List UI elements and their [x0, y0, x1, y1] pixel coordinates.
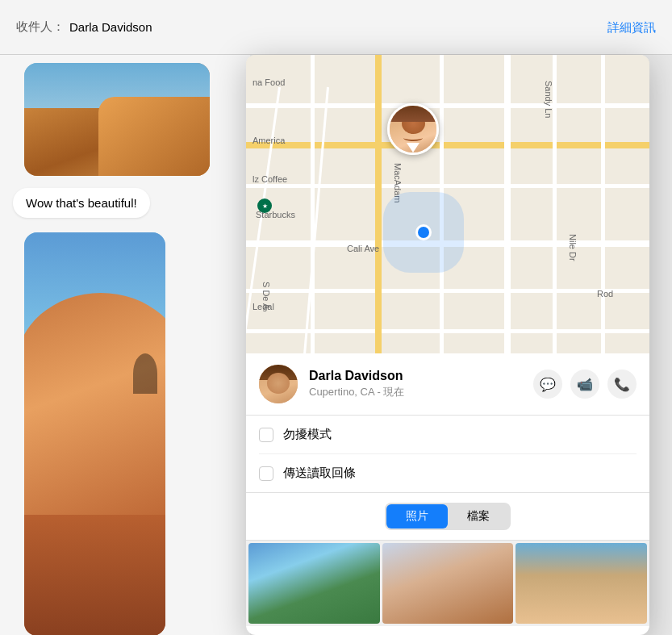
- photo-thumb-3[interactable]: [515, 543, 647, 624]
- starbucks-icon: ★: [257, 198, 272, 213]
- to-label: 收件人：: [16, 19, 65, 35]
- video-icon: 📹: [577, 377, 593, 392]
- recipient-name: Darla Davidson: [69, 20, 152, 34]
- map-label-rod: Rod: [597, 289, 613, 299]
- street-v1: [311, 55, 315, 353]
- header-bar: 收件人： Darla Davidson 詳細資訊: [0, 0, 672, 55]
- tab-photos[interactable]: 照片: [386, 504, 448, 528]
- read-receipt-label: 傳送讀取回條: [283, 466, 356, 481]
- map-label-cali-ave: Cali Ave: [347, 244, 379, 253]
- street-v6: [601, 55, 605, 353]
- dnd-label: 勿擾模式: [283, 427, 332, 442]
- options-section: 勿擾模式 傳送讀取回條: [246, 416, 649, 493]
- street-h1: [246, 103, 649, 108]
- avatar-smile: [403, 134, 422, 141]
- tab-bar: 照片 檔案: [246, 493, 649, 541]
- contact-location: Cupertino, CA - 現在: [309, 385, 533, 399]
- map-label-america: America: [253, 136, 285, 145]
- map-label-na-food: na Food: [253, 77, 285, 87]
- photo-grid: [246, 541, 649, 626]
- street-h5: [246, 289, 649, 293]
- tab-files[interactable]: 檔案: [448, 504, 509, 528]
- message-area: Wow that's beautiful!: [0, 55, 250, 635]
- map-label-lz-coffee: lz Coffee: [253, 174, 287, 184]
- ground-layer: [24, 515, 165, 635]
- map-label-sandy-ln: Sandy Ln: [544, 81, 553, 118]
- street-v3: [440, 55, 444, 353]
- person-silhouette: [133, 353, 157, 394]
- read-receipt-option-row[interactable]: 傳送讀取回條: [259, 454, 637, 492]
- contact-avatar: [259, 365, 298, 403]
- map-label-macadam: MacAdam: [393, 163, 403, 203]
- tab-group: 照片 檔案: [385, 503, 511, 530]
- street-h3: [246, 184, 649, 188]
- avatar-face: [390, 106, 436, 152]
- map-section[interactable]: na Food America lz Coffee Starbucks Cali…: [246, 55, 649, 353]
- contact-actions: 💬 📹 📞: [533, 370, 637, 399]
- map-label-sde-a: S De A: [261, 282, 271, 309]
- avatar-hair: [390, 106, 436, 122]
- contact-section: Darla Davidson Cupertino, CA - 現在 💬 📹 📞: [246, 353, 649, 416]
- message-action-button[interactable]: 💬: [533, 370, 562, 399]
- photo-thumb-1[interactable]: [248, 543, 380, 624]
- dnd-checkbox[interactable]: [259, 428, 273, 442]
- map-avatar: [387, 103, 439, 155]
- street-h4: [246, 240, 649, 247]
- street-v4: [504, 55, 511, 353]
- photo-thumb-2[interactable]: [382, 543, 514, 624]
- contact-name: Darla Davidson: [309, 369, 533, 383]
- climbing-photo: [24, 232, 165, 635]
- rock2-layer: [98, 97, 210, 176]
- detail-link[interactable]: 詳細資訊: [607, 19, 656, 35]
- landscape-photo: [24, 63, 210, 176]
- message-bubble: Wow that's beautiful!: [13, 188, 150, 218]
- phone-icon: 📞: [614, 377, 630, 392]
- map-background: na Food America lz Coffee Starbucks Cali…: [246, 55, 649, 353]
- arch-layer: [24, 293, 165, 535]
- phone-action-button[interactable]: 📞: [607, 370, 637, 399]
- street-h2: [246, 142, 649, 148]
- contact-avatar-inner: [259, 365, 298, 403]
- video-action-button[interactable]: 📹: [570, 370, 599, 399]
- bubble-text: Wow that's beautiful!: [26, 196, 137, 210]
- contact-info: Darla Davidson Cupertino, CA - 現在: [309, 369, 533, 399]
- street-v2: [375, 55, 382, 353]
- ca-face: [267, 373, 290, 394]
- dnd-option-row[interactable]: 勿擾模式: [259, 416, 637, 454]
- message-icon: 💬: [540, 377, 556, 392]
- detail-panel: na Food America lz Coffee Starbucks Cali…: [246, 55, 649, 635]
- diagonal-street2: [303, 87, 329, 353]
- read-receipt-checkbox[interactable]: [259, 466, 273, 481]
- map-label-nile-dr: Nile Dr: [568, 234, 578, 261]
- diagonal-street: [246, 87, 281, 353]
- location-dot: [415, 224, 432, 240]
